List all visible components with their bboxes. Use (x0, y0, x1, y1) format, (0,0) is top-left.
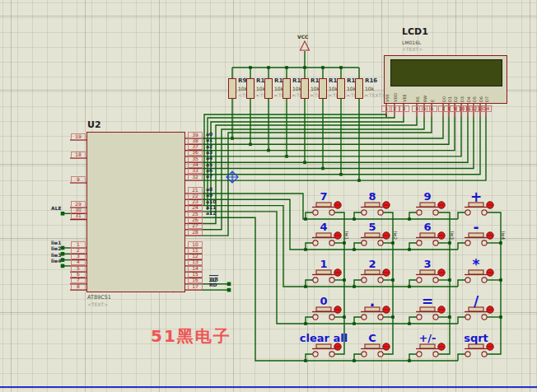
key-left-lead (458, 317, 465, 324)
resistor-ref: R1 (347, 78, 355, 83)
key-c-label[interactable]: C (346, 333, 399, 344)
net-terminal (61, 252, 65, 256)
chip-pin-number: 19 (71, 133, 86, 140)
chip-pin-number: 18 (71, 152, 86, 158)
key-terminal (433, 315, 438, 320)
resistor-r11[interactable] (264, 78, 273, 99)
key-3-symbol[interactable] (409, 269, 445, 287)
key-6-symbol[interactable] (409, 232, 445, 250)
key-9-symbol[interactable] (409, 202, 445, 219)
key-7-label[interactable]: 7 (297, 191, 350, 203)
key-plus-minus-symbol[interactable] (409, 343, 445, 361)
key-terminal (362, 240, 367, 245)
resistor-ref: R16 (365, 78, 377, 83)
mcu-at89c51[interactable] (86, 132, 185, 292)
key-terminal (433, 278, 438, 282)
wire (202, 117, 468, 162)
net-label-a5: a5 (206, 162, 212, 167)
key-2-symbol[interactable] (354, 269, 390, 287)
lcd-pin-name: D5 (472, 87, 477, 102)
key-clear-all-label[interactable]: clear all (297, 333, 350, 344)
key-terminal (433, 210, 438, 215)
net-label-a2: a2 (206, 144, 212, 149)
key-8-label[interactable]: 8 (346, 191, 399, 203)
key-5-symbol[interactable] (354, 232, 390, 250)
net-label-a3: a3 (206, 150, 212, 155)
resistor-placeholder: <TEXT> (365, 92, 385, 98)
key-equals-label[interactable]: = (401, 296, 454, 308)
net-label-wr: WR (209, 277, 218, 282)
key-terminal (378, 278, 383, 282)
key-terminal (417, 352, 422, 357)
key-terminal (417, 278, 422, 282)
key-terminal (329, 315, 334, 320)
key-terminal (465, 278, 470, 282)
key-plus-minus-label[interactable]: +/- (401, 333, 454, 344)
key-terminal (433, 352, 438, 357)
key-5-label[interactable]: 5 (346, 222, 399, 233)
key-8-symbol[interactable] (354, 202, 390, 219)
key-3-label[interactable]: 3 (401, 259, 454, 270)
net-label-lie3: lie3 (51, 253, 61, 258)
key-0-symbol[interactable] (306, 306, 341, 324)
key-actuator (469, 344, 483, 348)
lcd-pin-name: D3 (460, 87, 465, 102)
lcd-pin-name: E (430, 87, 435, 102)
chip-ref: U2 (87, 120, 101, 130)
key-terminal (313, 352, 318, 357)
net-terminal (61, 246, 65, 250)
key-terminal (329, 240, 334, 245)
junction-dot (499, 315, 502, 319)
key-2-label[interactable]: 2 (346, 259, 399, 270)
lcd-pin-name: D1 (447, 87, 452, 102)
key-actuator (420, 233, 435, 237)
key-plus-label[interactable]: + (450, 191, 502, 203)
key-terminal (482, 240, 487, 245)
key-c-symbol[interactable] (354, 343, 390, 361)
key-terminal (417, 315, 422, 320)
key-actuator (420, 344, 435, 348)
resistor-r13[interactable] (301, 78, 309, 99)
lcd-pin-number: 6 (427, 105, 437, 112)
junction-dot (448, 278, 451, 282)
resistor-r16[interactable] (355, 78, 363, 99)
key-left-lead (458, 243, 465, 250)
key-4-label[interactable]: 4 (297, 222, 350, 233)
net-terminal (227, 288, 231, 292)
resistor-r9[interactable] (228, 78, 236, 99)
key-1-symbol[interactable] (306, 269, 341, 287)
key-7-symbol[interactable] (306, 202, 341, 219)
key-terminal (329, 352, 334, 357)
lcd-pin-name: D0 (441, 87, 446, 102)
key-actuator (420, 270, 435, 274)
key-6-label[interactable]: 6 (401, 222, 454, 233)
junction-dot (499, 241, 502, 245)
lcd-ref: LCD1 (402, 27, 428, 37)
key-terminal (313, 278, 318, 282)
watermark-text: 51黑电子 (151, 325, 231, 348)
vcc-arrow-icon (301, 41, 310, 50)
key-9-label[interactable]: 9 (401, 191, 454, 203)
key-divide-label[interactable]: / (450, 296, 502, 308)
resistor-r12[interactable] (283, 78, 291, 99)
key-dot-label[interactable]: . (346, 296, 399, 308)
key-terminal (465, 210, 470, 215)
key-terminal (433, 240, 438, 245)
key-terminal (482, 315, 487, 320)
resistor-r14[interactable] (319, 78, 327, 99)
key-4-symbol[interactable] (306, 232, 341, 250)
resistor-r15[interactable] (337, 78, 345, 99)
resistor-r10[interactable] (246, 78, 254, 99)
key-sqrt-symbol[interactable] (458, 343, 493, 361)
key-clear-all-symbol[interactable] (306, 343, 341, 361)
key-sqrt-label[interactable]: sqrt (450, 333, 502, 344)
wire (202, 117, 449, 144)
key-0-label[interactable]: 0 (297, 296, 350, 307)
lcd-pin-name: D7 (484, 87, 489, 102)
lcd-placeholder: <TEXT> (402, 46, 423, 52)
key-minus-label[interactable]: - (450, 222, 502, 234)
key-actuator (316, 307, 331, 311)
net-label-text: RD (209, 282, 217, 287)
key-multiply-label[interactable]: * (450, 259, 502, 271)
key-1-label[interactable]: 1 (297, 259, 350, 270)
